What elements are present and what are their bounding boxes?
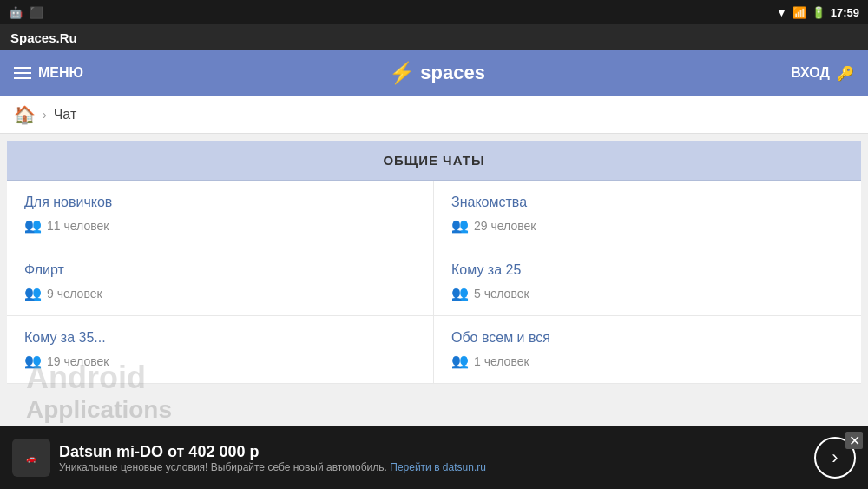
breadcrumb: 🏠 › Чат xyxy=(0,96,868,134)
menu-label: МЕНЮ xyxy=(38,65,83,81)
chat-count: 👥 1 человек xyxy=(451,353,844,369)
battery-icon: 🔋 xyxy=(812,6,825,19)
chat-name: Кому за 35... xyxy=(24,330,416,346)
chat-cell[interactable]: Кому за 35... 👥 19 человек xyxy=(7,316,434,384)
login-button[interactable]: ВХОД 🔑 xyxy=(791,65,854,82)
login-label: ВХОД xyxy=(791,65,830,81)
people-icon: 👥 xyxy=(451,285,469,301)
ad-subtitle: Уникальные ценовые условия! Выбирайте се… xyxy=(59,461,486,473)
chat-count: 👥 5 человек xyxy=(451,285,844,301)
home-icon[interactable]: 🏠 xyxy=(14,104,36,125)
people-icon: 👥 xyxy=(451,217,469,234)
chat-name: Знакомства xyxy=(451,195,844,210)
people-icon: 👥 xyxy=(451,353,469,369)
wifi-icon: ▼ xyxy=(776,6,787,19)
chat-cell[interactable]: Обо всем и вся 👥 1 человек xyxy=(434,316,861,384)
app-icon: ⬛ xyxy=(30,6,43,19)
people-icon: 👥 xyxy=(24,217,42,234)
chat-cell[interactable]: Знакомства 👥 29 человек xyxy=(434,181,861,248)
ad-banner: 🚗 Datsun mi-DO от 402 000 р Уникальные ц… xyxy=(0,426,868,489)
signal-icon: 📶 xyxy=(792,6,806,19)
datsun-icon: 🚗 xyxy=(26,453,36,463)
clock: 17:59 xyxy=(831,6,859,19)
chat-count: 👥 9 человек xyxy=(24,285,416,301)
main-content: ОБЩИЕ ЧАТЫ Для новичков 👥 11 человек Зна… xyxy=(7,141,861,384)
chat-cell[interactable]: Для новичков 👥 11 человек xyxy=(7,181,434,248)
breadcrumb-separator: › xyxy=(43,108,47,122)
logo-text: spaces xyxy=(420,62,485,84)
people-icon: 👥 xyxy=(24,353,42,369)
title-bar: Spaces.Ru xyxy=(0,24,868,50)
ad-logo: 🚗 xyxy=(12,439,50,477)
chat-cell[interactable]: Флирт 👥 9 человек xyxy=(7,248,434,316)
status-bar: 🤖 ⬛ ▼ 📶 🔋 17:59 xyxy=(0,0,868,24)
hamburger-icon xyxy=(14,67,31,79)
chat-count: 👥 29 человек xyxy=(451,217,844,234)
section-header: ОБЩИЕ ЧАТЫ xyxy=(7,141,861,181)
chat-name: Кому за 25 xyxy=(451,262,844,278)
chat-name: Флирт xyxy=(24,262,416,278)
logo[interactable]: ⚡ spaces xyxy=(389,61,485,85)
watermark-line2: Applications xyxy=(26,396,172,424)
ad-close-button[interactable]: ✕ xyxy=(845,432,863,449)
people-icon: 👥 xyxy=(24,285,42,301)
chat-name: Для новичков xyxy=(24,195,416,210)
ad-title: Datsun mi-DO от 402 000 р xyxy=(59,443,486,461)
chat-count: 👥 19 человек xyxy=(24,353,416,369)
lightning-icon: ⚡ xyxy=(389,61,415,85)
app-title: Spaces.Ru xyxy=(10,30,77,45)
android-icon: 🤖 xyxy=(9,6,23,19)
ad-link[interactable]: Перейти в datsun.ru xyxy=(390,461,486,473)
status-bar-left-icons: 🤖 ⬛ xyxy=(9,6,43,19)
ad-left: 🚗 Datsun mi-DO от 402 000 р Уникальные ц… xyxy=(12,439,486,477)
chat-count: 👥 11 человек xyxy=(24,217,416,234)
status-bar-right: ▼ 📶 🔋 17:59 xyxy=(776,6,859,19)
key-icon: 🔑 xyxy=(837,65,854,82)
chat-name: Обо всем и вся xyxy=(451,330,844,346)
menu-button[interactable]: МЕНЮ xyxy=(14,65,83,81)
chat-grid: Для новичков 👥 11 человек Знакомства 👥 2… xyxy=(7,181,861,384)
breadcrumb-current: Чат xyxy=(54,107,77,122)
chat-cell[interactable]: Кому за 25 👥 5 человек xyxy=(434,248,861,316)
ad-text-block: Datsun mi-DO от 402 000 р Уникальные цен… xyxy=(59,443,486,473)
nav-bar: МЕНЮ ⚡ spaces ВХОД 🔑 xyxy=(0,50,868,96)
